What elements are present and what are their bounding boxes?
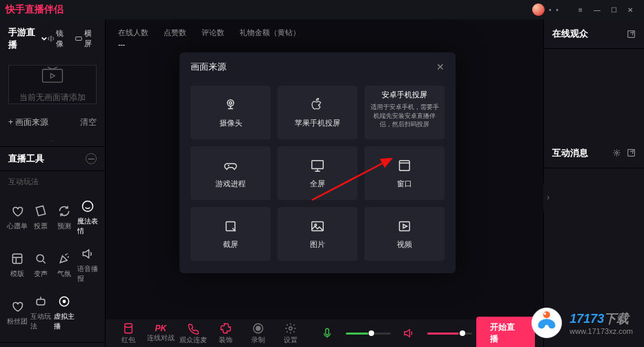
- collapse-icon[interactable]: —: [86, 153, 97, 164]
- redpacket-icon: [122, 322, 135, 335]
- collapse-right-icon[interactable]: ›: [543, 184, 553, 211]
- source-fullscreen[interactable]: 全屏: [277, 146, 358, 200]
- source-apple-cast[interactable]: 苹果手机投屏: [277, 86, 358, 139]
- stat-gifts: 礼物金额（黄钻）: [240, 28, 300, 48]
- tool-interactive[interactable]: 互动玩法: [30, 290, 51, 335]
- clear-button[interactable]: 清空: [80, 117, 97, 128]
- stat-comments: 评论数: [202, 28, 224, 48]
- svg-rect-12: [326, 328, 329, 335]
- stat-online: 在线人数 ---: [118, 28, 148, 48]
- chevron-down-icon: [41, 34, 48, 43]
- tool-emoji[interactable]: 魔法表情: [77, 195, 98, 240]
- svg-rect-5: [37, 299, 45, 305]
- messages-title: 互动消息: [552, 147, 588, 159]
- source-game[interactable]: 游戏进程: [191, 146, 271, 200]
- svg-point-10: [256, 326, 260, 330]
- start-stream-button[interactable]: 开始直播: [476, 317, 535, 347]
- speaker-icon: [81, 247, 95, 261]
- mode-label: 手游直播: [8, 26, 38, 51]
- mic-slider[interactable]: [346, 333, 391, 335]
- popout-icon[interactable]: [627, 30, 636, 39]
- bb-pk[interactable]: PK 连线对战: [146, 324, 175, 343]
- tool-wishlist[interactable]: 心愿单: [7, 195, 28, 240]
- tool-voicechange[interactable]: 变声: [30, 243, 51, 288]
- tool-predict[interactable]: 预测: [54, 195, 75, 240]
- bb-audience-link[interactable]: 观众连麦: [179, 322, 207, 345]
- heart-icon: [10, 204, 24, 218]
- heart-outline-icon: [10, 299, 24, 313]
- sidebar-left: 手游直播 镜像 横屏 当前无画面请添加 + 画面来源: [0, 19, 106, 347]
- tool-vote[interactable]: 投票: [30, 195, 51, 240]
- gear-small-icon[interactable]: [612, 148, 621, 157]
- bb-settings[interactable]: 设置: [276, 322, 304, 345]
- viewers-body: [544, 49, 644, 139]
- mode-dropdown[interactable]: 手游直播: [8, 26, 48, 51]
- add-source-button[interactable]: + 画面来源: [8, 117, 48, 128]
- watermark-logo-icon: [529, 306, 564, 340]
- messages-header: 互动消息: [544, 139, 644, 168]
- close-icon[interactable]: ✕: [622, 3, 638, 17]
- avatar[interactable]: [532, 3, 545, 16]
- svg-point-27: [544, 313, 546, 315]
- tool-template[interactable]: 模版: [7, 243, 28, 288]
- tool-fanclub[interactable]: 粉丝团: [7, 290, 28, 335]
- layout-icon: [10, 252, 24, 266]
- speaker-out-icon: [402, 327, 415, 339]
- bb-record[interactable]: 录制: [244, 322, 272, 345]
- app-title: 快手直播伴侣: [6, 3, 64, 16]
- preview-area[interactable]: 当前无画面请添加: [8, 65, 97, 104]
- svg-rect-0: [76, 37, 82, 41]
- speaker-slider[interactable]: [427, 333, 472, 335]
- watermark-line2: www.17173xz.com: [569, 327, 633, 335]
- watermark: 17173下载 www.17173xz.com: [529, 306, 633, 340]
- modal-close-icon[interactable]: ✕: [436, 61, 445, 72]
- source-android-cast[interactable]: 安卓手机投屏 适用于安卓手机，需要手机端先安装安卓直播伴侣，然后扫码投屏: [364, 86, 445, 139]
- source-video[interactable]: 视频: [364, 207, 445, 261]
- stat-likes: 点赞数: [164, 28, 186, 48]
- watermark-line1: 17173下载: [569, 310, 633, 327]
- svg-rect-18: [312, 160, 324, 168]
- mirror-toggle[interactable]: 镜像: [48, 28, 69, 49]
- svg-rect-3: [12, 254, 21, 263]
- source-camera[interactable]: 摄像头: [191, 86, 271, 139]
- source-window[interactable]: 窗口: [364, 146, 445, 200]
- add-source-row: + 画面来源 清空: [0, 111, 105, 134]
- svg-point-2: [83, 201, 93, 212]
- camera-icon: [223, 97, 238, 112]
- tool-grid: 心愿单 投票 预测 魔法表情 模版 变声: [0, 192, 105, 342]
- bb-mic[interactable]: [313, 327, 342, 340]
- tool-virtual-host[interactable]: 虚拟主播: [54, 290, 75, 335]
- service-header: 主播服务: [0, 342, 105, 347]
- svg-rect-8: [124, 324, 132, 333]
- bottom-bar: 红包 PK 连线对战 观众连麦 装饰 录制 设置: [106, 319, 543, 347]
- svg-point-17: [229, 101, 232, 104]
- stats-tabs: 在线人数 --- 点赞数 评论数 礼物金额（黄钻）: [106, 19, 543, 52]
- orientation-toggle[interactable]: 横屏: [75, 28, 97, 49]
- user-menu-dots[interactable]: • •: [549, 6, 560, 14]
- minimize-icon[interactable]: —: [589, 3, 605, 17]
- tool-tts[interactable]: 语音播报: [77, 243, 98, 288]
- bb-speaker[interactable]: [395, 327, 423, 340]
- maximize-icon[interactable]: ☐: [605, 3, 622, 17]
- popout-icon-2[interactable]: [627, 148, 636, 157]
- viewers-title: 在线观众: [552, 28, 588, 40]
- modal-grid: 摄像头 苹果手机投屏 安卓手机投屏 适用于安卓手机，需要手机端先安装安卓直播伴侣…: [179, 81, 456, 272]
- tools-sub-label: 互动玩法: [0, 171, 105, 192]
- modal-header: 画面来源 ✕: [179, 52, 456, 81]
- mic-icon: [321, 327, 333, 339]
- menu-icon[interactable]: ≡: [572, 3, 589, 17]
- svg-point-11: [289, 326, 293, 330]
- source-image[interactable]: 图片: [277, 207, 358, 261]
- drag-handle[interactable]: ︿: [0, 134, 105, 146]
- gear-icon: [284, 322, 297, 335]
- source-capture[interactable]: 截屏: [191, 207, 271, 261]
- bb-decor[interactable]: 装饰: [211, 322, 240, 345]
- confetti-icon: [57, 252, 71, 266]
- tv-icon: [41, 66, 64, 85]
- bb-redpacket[interactable]: 红包: [114, 322, 142, 345]
- tool-atmosphere[interactable]: 气氛: [54, 243, 75, 288]
- puzzle-icon: [219, 322, 232, 335]
- refresh-icon: [57, 204, 71, 218]
- source-modal: 画面来源 ✕ 摄像头 苹果手机投屏 安卓手机投屏 适用于安卓手机，需要手机端先安…: [179, 52, 456, 273]
- ticket-icon: [34, 204, 48, 218]
